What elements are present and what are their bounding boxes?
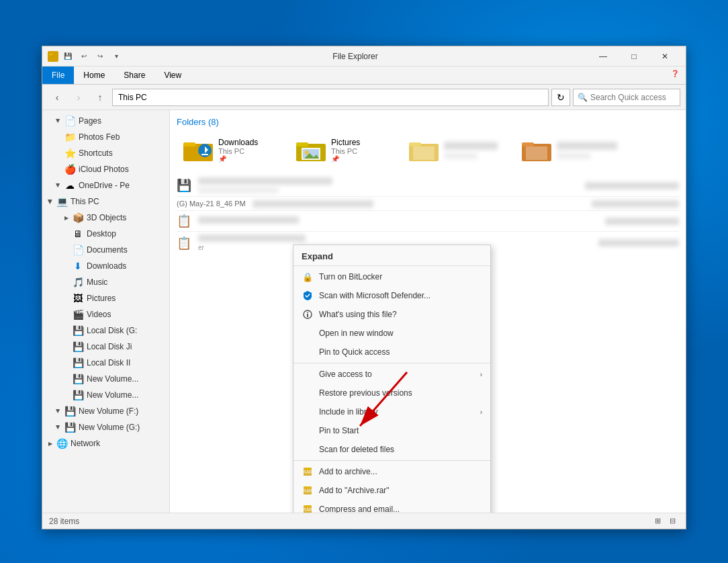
sidebar-label-icloud: iCloud Photos	[79, 165, 129, 174]
onedrive-icon: ☁	[64, 179, 76, 191]
search-icon: 🔍	[578, 93, 588, 102]
tab-file[interactable]: File	[42, 67, 74, 84]
main-area: ▶ 📄 Pages 📁 Photos Feb ⭐ Shortcuts 🍎 iCl	[42, 110, 686, 513]
sidebar-item-music[interactable]: 🎵 Music	[58, 274, 169, 290]
folder-item-pictures[interactable]: Pictures This PC 📌	[289, 134, 397, 167]
file-info-3	[198, 216, 598, 226]
help-button[interactable]: ❓	[668, 67, 682, 80]
svg-rect-3	[183, 142, 195, 146]
qat-dropdown-button[interactable]: ▾	[109, 50, 123, 63]
cm-pinstart-label: Pin to Start	[319, 426, 482, 435]
tab-view[interactable]: View	[154, 67, 191, 84]
cm-compressemail-label: Compress and email...	[319, 505, 482, 513]
recent-files-section: 💾 (G) May-21 8_46 PM 📋	[177, 175, 679, 254]
cm-item-compressemail[interactable]: RAR Compress and email...	[293, 500, 490, 513]
refresh-button[interactable]: ↻	[551, 89, 570, 106]
file-icon-1: 💾	[177, 178, 191, 193]
sidebar-item-localdisk-ii[interactable]: 💾 Local Disk II	[58, 355, 169, 371]
cm-defender-label: Scan with Microsoft Defender...	[319, 291, 482, 300]
folder-item-downloads[interactable]: Downloads This PC 📌	[177, 134, 284, 167]
sidebar-label-pages: Pages	[79, 116, 101, 126]
chevron-icon	[61, 357, 72, 368]
blurred1-label	[444, 142, 498, 159]
view-large-button[interactable]: ⊟	[666, 515, 679, 527]
sidebar-item-pictures[interactable]: 🖼 Pictures	[58, 290, 169, 306]
qat-redo-button[interactable]: ↪	[93, 50, 107, 63]
cm-sep-2	[293, 460, 490, 461]
sidebar-item-shortcuts[interactable]: ⭐ Shortcuts	[50, 145, 169, 161]
sidebar-item-localdisk-g[interactable]: 💾 Local Disk (G:	[58, 322, 169, 339]
svg-rect-1	[49, 53, 52, 55]
cm-item-defender[interactable]: Scan with Microsoft Defender...	[293, 286, 490, 305]
folder-item-blurred-1[interactable]	[402, 134, 510, 167]
newvolume-f-icon: 💾	[64, 405, 76, 417]
filesize-1	[585, 182, 679, 189]
qat-undo-button[interactable]: ↩	[77, 50, 91, 63]
cm-item-bitlocker[interactable]: 🔒 Turn on BitLocker	[293, 267, 490, 286]
file-row-2[interactable]: (G) May-21 8_46 PM	[177, 197, 679, 211]
sidebar-item-newvolume-f[interactable]: ▶ 💾 New Volume (F:)	[50, 403, 169, 419]
videos-icon: 🎬	[72, 308, 84, 320]
cm-expand-label: Expand	[302, 251, 482, 261]
cm-item-addrar[interactable]: RAR Add to "Archive.rar"	[293, 481, 490, 500]
cm-item-includelib[interactable]: Include in library ›	[293, 402, 490, 421]
cm-item-pinstart[interactable]: Pin to Start	[293, 421, 490, 440]
sidebar-item-desktop[interactable]: 🖥 Desktop	[58, 226, 169, 242]
sidebar-item-newvolume-2[interactable]: 💾 New Volume...	[58, 387, 169, 403]
sidebar-item-newvolume-g[interactable]: ▶ 💾 New Volume (G:)	[50, 419, 169, 435]
cm-item-pin[interactable]: Pin to Quick access	[293, 343, 490, 361]
tab-home[interactable]: Home	[74, 67, 114, 84]
chevron-icon	[53, 148, 64, 159]
forward-button[interactable]: ›	[69, 88, 88, 107]
pictures-sub: This PC	[331, 147, 360, 155]
cm-scandel-label: Scan for deleted files	[319, 445, 482, 454]
cm-item-expand[interactable]: Expand	[293, 247, 490, 264]
cm-addrar-label: Add to "Archive.rar"	[319, 486, 482, 495]
search-input[interactable]	[590, 93, 676, 102]
view-details-button[interactable]: ⊞	[651, 515, 664, 527]
folder-item-blurred-2[interactable]	[515, 134, 624, 167]
qat-save-button[interactable]: 💾	[61, 50, 75, 63]
opennew-icon	[302, 327, 314, 339]
sidebar-label-downloads: Downloads	[87, 261, 126, 271]
sidebar-item-pages[interactable]: ▶ 📄 Pages	[50, 113, 169, 129]
sidebar-item-photos[interactable]: 📁 Photos Feb	[50, 129, 169, 145]
address-bar[interactable]: This PC	[112, 89, 549, 106]
cm-item-restore[interactable]: Restore previous versions	[293, 384, 490, 402]
cm-sep-1	[293, 363, 490, 363]
sidebar-item-icloud[interactable]: 🍎 iCloud Photos	[50, 161, 169, 177]
search-box[interactable]: 🔍	[573, 89, 680, 106]
sidebar-item-downloads[interactable]: ⬇ Downloads	[58, 258, 169, 274]
sidebar-item-network[interactable]: ▶ 🌐 Network	[42, 435, 169, 451]
sidebar-item-onedrive[interactable]: ▶ ☁ OneDrive - Pe	[50, 177, 169, 193]
sidebar-item-localdisk-j[interactable]: 💾 Local Disk Ji	[58, 339, 169, 355]
maximize-button[interactable]: □	[619, 46, 649, 67]
cm-whatsusing-label: What's using this file?	[319, 310, 482, 319]
sidebar-label-desktop: Desktop	[87, 229, 116, 239]
up-button[interactable]: ↑	[91, 88, 109, 107]
sidebar[interactable]: ▶ 📄 Pages 📁 Photos Feb ⭐ Shortcuts 🍎 iCl	[42, 110, 170, 513]
svg-rect-0	[49, 54, 57, 60]
filename-1	[198, 177, 332, 185]
tab-share[interactable]: Share	[114, 67, 154, 84]
sidebar-label-3dobjects: 3D Objects	[87, 213, 126, 222]
cm-item-addarchive[interactable]: RAR Add to archive...	[293, 462, 490, 481]
sidebar-item-newvolume-1[interactable]: 💾 New Volume...	[58, 371, 169, 387]
sidebar-item-documents[interactable]: 📄 Documents	[58, 242, 169, 258]
cm-item-whatsusing[interactable]: What's using this file?	[293, 305, 490, 324]
cm-item-giveaccess[interactable]: Give access to ›	[293, 365, 490, 384]
sidebar-item-thispc[interactable]: ▶ 💻 This PC	[42, 193, 169, 210]
pictures-pin: 📌	[331, 155, 360, 163]
file-row-1[interactable]: 💾	[177, 175, 679, 197]
defender-icon	[302, 290, 314, 302]
close-button[interactable]: ✕	[649, 46, 680, 67]
addrar-icon: RAR	[302, 484, 314, 496]
sidebar-item-3dobjects[interactable]: ▶ 📦 3D Objects	[58, 210, 169, 226]
minimize-button[interactable]: —	[588, 46, 619, 67]
file-row-3[interactable]: 📋	[177, 211, 679, 232]
cm-item-scandel[interactable]: Scan for deleted files	[293, 440, 490, 459]
back-button[interactable]: ‹	[48, 88, 66, 107]
3dobjects-icon: 📦	[72, 212, 84, 224]
sidebar-item-videos[interactable]: 🎬 Videos	[58, 306, 169, 322]
cm-item-opennew[interactable]: Open in new window	[293, 324, 490, 343]
